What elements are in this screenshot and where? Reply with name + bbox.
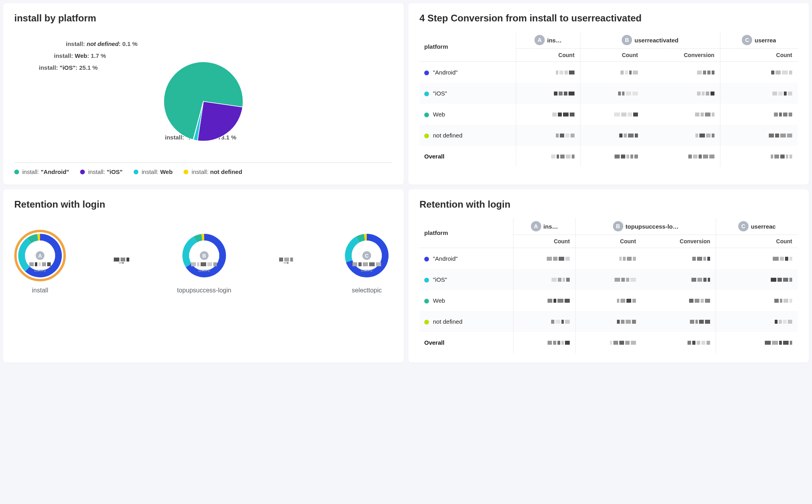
donut-step[interactable]: Cusersselecttopic (341, 230, 393, 294)
col-step-a[interactable]: Ains… (513, 218, 575, 235)
sub-count-a[interactable]: Count (516, 49, 580, 62)
legend-android[interactable]: install: "Android" (14, 168, 69, 175)
sub-count-c[interactable]: Count (716, 235, 798, 248)
card-funnel-conversion: 4 Step Conversion from install to userre… (408, 3, 809, 185)
donut-caption: install (14, 287, 66, 294)
sub-count-c[interactable]: Count (720, 49, 798, 62)
card-title: install by platform (14, 13, 393, 24)
svg-point-1 (25, 241, 55, 271)
legend-web[interactable]: install: Web (134, 168, 172, 175)
funnel-table-1: platform Ains… Buserreactivated Cuserrea… (419, 32, 798, 167)
table-row[interactable]: "iOS" (419, 83, 798, 104)
funnel-table-2: platform Ains… Btopupsuccess-lo… Cuserre… (419, 218, 798, 353)
sub-count-a[interactable]: Count (513, 235, 575, 248)
card-title: Retention with login (14, 199, 393, 210)
table-row[interactable]: not defined (419, 311, 798, 332)
card-title: Retention with login (419, 199, 798, 210)
card-title: 4 Step Conversion from install to userre… (419, 13, 798, 24)
col-step-c[interactable]: Cuserrea (720, 32, 798, 49)
arrow-icon: → (114, 256, 129, 268)
table-row-overall[interactable]: Overall (419, 332, 798, 353)
pie-svg (160, 58, 247, 145)
sub-count-b[interactable]: Count (580, 49, 643, 62)
table-row[interactable]: Web (419, 104, 798, 125)
table-row[interactable]: "Android" (419, 248, 798, 269)
card-install-by-platform: install by platform install: not defined… (3, 3, 404, 185)
donut-step[interactable]: Buserstopupsuccess-login (177, 230, 232, 294)
pie-label-nd: install: not defined: 0.1 % (66, 40, 138, 47)
donut-row: Ausersinstall→Buserstopupsuccess-login→C… (14, 218, 393, 298)
col-step-b[interactable]: Buserreactivated (580, 32, 720, 49)
pie-legend: install: "Android" install: "iOS" instal… (14, 162, 393, 175)
arrow-icon: → (279, 256, 293, 268)
donut-step[interactable]: Ausersinstall (14, 230, 66, 294)
table-row-overall[interactable]: Overall (419, 146, 798, 167)
col-platform[interactable]: platform (419, 32, 516, 62)
table-row[interactable]: "iOS" (419, 269, 798, 290)
pie-label-web: install: Web: 1.7 % (54, 52, 106, 59)
card-retention-viz: Retention with login Ausersinstall→Buser… (3, 189, 404, 363)
svg-point-2 (189, 241, 219, 271)
col-platform[interactable]: platform (419, 218, 513, 248)
sub-conv-b[interactable]: Conversion (642, 235, 716, 248)
table-row[interactable]: "Android" (419, 62, 798, 83)
legend-ios[interactable]: install: "iOS" (80, 168, 123, 175)
col-step-a[interactable]: Ains… (516, 32, 580, 49)
pie-chart: install: not defined: 0.1 % install: Web… (14, 32, 393, 158)
sub-conv-b[interactable]: Conversion (643, 49, 720, 62)
donut-caption: selecttopic (341, 287, 393, 294)
col-step-c[interactable]: Cuserreac (716, 218, 798, 235)
donut-caption: topupsuccess-login (177, 287, 232, 294)
col-step-b[interactable]: Btopupsuccess-lo… (576, 218, 716, 235)
pie-label-ios: install: "iOS": 25.1 % (39, 64, 98, 71)
card-retention-table: Retention with login platform Ains… Btop… (408, 189, 809, 363)
sub-count-b[interactable]: Count (576, 235, 642, 248)
table-row[interactable]: not defined (419, 125, 798, 146)
svg-point-3 (352, 241, 382, 271)
legend-nd[interactable]: install: not defined (184, 168, 242, 175)
table-row[interactable]: Web (419, 290, 798, 311)
